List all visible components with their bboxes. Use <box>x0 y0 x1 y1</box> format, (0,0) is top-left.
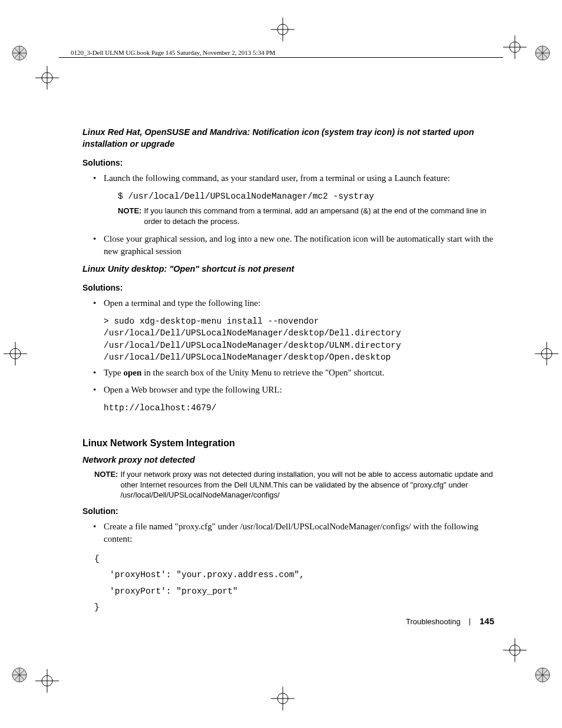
section1-bullet2: Close your graphical session, and log in… <box>104 233 495 258</box>
footer-separator <box>470 618 470 625</box>
crosshair-mark <box>503 35 527 59</box>
section2-title: Linux Unity desktop: "Open" shortcut is … <box>82 263 495 275</box>
section3-h2: Linux Network System Integration <box>82 438 495 449</box>
svg-point-5 <box>12 46 27 60</box>
section3-code1: { 'proxyHost': "your.proxy.address.com",… <box>94 551 495 616</box>
section1-bullet1: Launch the following command, as your st… <box>104 172 495 185</box>
section2-bullet2: Type open in the search box of the Unity… <box>104 367 495 379</box>
section1-note: NOTE: If you launch this command from a … <box>118 206 495 226</box>
note-label: NOTE: <box>94 469 118 500</box>
crosshair-mark <box>4 342 27 365</box>
crosshair-mark <box>35 66 59 90</box>
crosshair-mark <box>271 18 295 41</box>
print-mark <box>11 666 28 684</box>
section2-code1: > sudo xdg-desktop-menu install --novend… <box>104 315 495 363</box>
note-label: NOTE: <box>118 206 141 226</box>
page-number: 145 <box>480 616 494 626</box>
bold-open: open <box>124 368 142 377</box>
section1-code1: $ /usr/local/Dell/UPSLocalNodeManager/mc… <box>118 190 495 202</box>
crosshair-mark <box>35 669 59 693</box>
note-body: If you launch this command from a termin… <box>144 206 495 226</box>
print-mark <box>534 666 551 684</box>
text: in the search box of the Unity Menu to r… <box>141 368 384 377</box>
section2-solutions-label: Solutions: <box>82 283 495 292</box>
footer-section: Troubleshooting <box>406 617 461 626</box>
section3-note: NOTE: If your network proxy was not dete… <box>94 469 495 500</box>
svg-point-23 <box>535 668 550 682</box>
section1-title: Linux Red Hat, OpenSUSE and Mandriva: No… <box>82 127 495 150</box>
section1-solutions-label: Solutions: <box>82 158 495 167</box>
svg-point-11 <box>535 46 550 60</box>
svg-point-17 <box>12 668 27 682</box>
text: Type <box>104 368 124 377</box>
section2-bullet3: Open a Web browser and type the followin… <box>104 384 495 396</box>
section3-bullet1: Create a file named "proxy.cfg" under /u… <box>104 521 495 545</box>
header-rule <box>59 57 503 58</box>
section2-bullet1: Open a terminal and type the following l… <box>104 297 495 309</box>
crosshair-mark <box>535 342 558 365</box>
crosshair-mark <box>271 687 295 710</box>
page-footer: Troubleshooting 145 <box>406 616 494 626</box>
page-content: Linux Red Hat, OpenSUSE and Mandriva: No… <box>82 127 495 620</box>
section3-title: Network proxy not detected <box>82 454 495 466</box>
print-mark <box>534 44 551 62</box>
print-mark <box>11 44 28 62</box>
note-body: If your network proxy was not detected d… <box>120 469 495 500</box>
header-path: 0120_3-Dell ULNM UG.book Page 145 Saturd… <box>71 49 275 56</box>
crosshair-mark <box>503 638 527 662</box>
section3-solution-label: Solution: <box>82 506 495 516</box>
section2-code2: http://localhost:4679/ <box>104 402 495 414</box>
